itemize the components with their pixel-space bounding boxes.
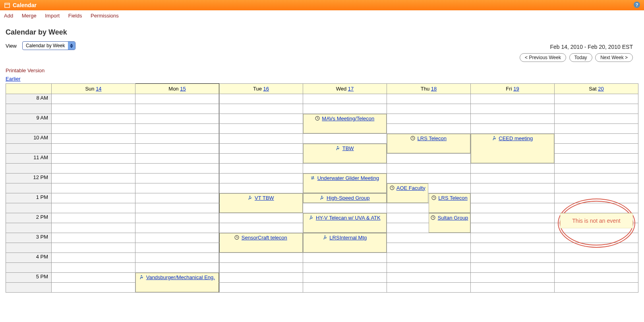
event-link[interactable]: Vandsburger/Mechanical Eng. [146,274,215,280]
calendar-cell[interactable] [135,243,219,253]
event-link[interactable]: SensorCraft telecon [242,235,287,241]
event-link[interactable]: CEED meeting [499,135,533,141]
calendar-cell[interactable] [52,233,135,243]
calendar-event[interactable]: HY-V Telecan w/ UVA & ATK [303,213,387,233]
calendar-cell[interactable] [555,154,638,164]
event-link[interactable]: Underwater Glider Meeting [317,175,379,181]
calendar-cell[interactable] [52,203,135,213]
calendar-cell[interactable] [471,233,555,243]
calendar-cell[interactable] [52,263,135,273]
calendar-cell[interactable] [135,253,219,263]
calendar-cell[interactable] [471,213,555,223]
day-header-mon[interactable]: Mon 15 [135,84,219,94]
calendar-event[interactable]: VT TBW [219,193,303,213]
calendar-cell[interactable] [555,273,638,283]
calendar-cell[interactable] [303,263,387,273]
calendar-cell[interactable] [387,263,471,273]
event-link[interactable]: MAVs Meeting/Telecon [322,116,374,121]
event-link[interactable]: AOE Faculty [396,185,425,191]
calendar-cell[interactable] [52,223,135,233]
calendar-cell[interactable] [555,283,638,293]
calendar-cell[interactable] [471,193,555,203]
view-select[interactable]: Calendar by Week [22,41,76,50]
event-link[interactable]: HY-V Telecan w/ UVA & ATK [316,215,381,221]
calendar-cell[interactable] [135,213,219,223]
earlier-link[interactable]: Earlier [6,76,21,82]
calendar-cell[interactable] [303,94,387,104]
calendar-cell[interactable] [219,164,303,174]
calendar-cell[interactable] [135,144,219,154]
calendar-cell[interactable] [135,193,219,203]
calendar-cell[interactable] [555,174,638,183]
calendar-event[interactable]: MAVs Meeting/Telecon [303,114,387,133]
calendar-cell[interactable] [52,164,135,174]
calendar-cell[interactable] [303,164,387,174]
calendar-cell[interactable] [303,134,387,144]
calendar-cell[interactable] [135,203,219,213]
calendar-cell[interactable] [219,263,303,273]
calendar-cell[interactable] [52,283,135,293]
calendar-event[interactable]: LRSInternal Mtg [303,233,387,253]
calendar-cell[interactable] [303,203,387,213]
calendar-cell[interactable] [135,183,219,193]
calendar-cell[interactable] [52,253,135,263]
calendar-cell[interactable] [52,154,135,164]
menu-fields[interactable]: Fields [68,13,82,19]
event-link[interactable]: LRS Telecon [438,195,467,201]
calendar-cell[interactable] [387,174,471,183]
calendar-cell[interactable] [303,273,387,283]
calendar-event[interactable]: Vandsburger/Mechanical Eng. [135,273,219,292]
calendar-cell[interactable] [219,124,303,134]
calendar-event[interactable]: SensorCraft telecon [219,233,303,253]
calendar-cell[interactable] [52,124,135,134]
day-header-sat[interactable]: Sat 20 [555,84,638,94]
calendar-cell[interactable] [52,243,135,253]
calendar-cell[interactable] [555,243,638,253]
calendar-event[interactable]: AOE Faculty [387,183,429,203]
calendar-cell[interactable] [135,114,219,124]
menu-merge[interactable]: Merge [22,13,37,19]
calendar-cell[interactable] [471,104,555,114]
calendar-cell[interactable] [555,144,638,154]
calendar-cell[interactable] [219,104,303,114]
calendar-cell[interactable] [555,94,638,104]
calendar-cell[interactable] [135,263,219,273]
calendar-event[interactable]: Sultan Group [429,213,470,233]
calendar-cell[interactable] [135,223,219,233]
printable-version-link[interactable]: Printable Version [6,67,638,73]
calendar-cell[interactable] [555,134,638,144]
calendar-cell[interactable] [135,134,219,144]
calendar-cell[interactable] [471,94,555,104]
calendar-cell[interactable] [219,223,303,233]
calendar-cell[interactable] [52,213,135,223]
calendar-cell[interactable] [555,203,638,213]
calendar-cell[interactable] [555,124,638,134]
calendar-event[interactable]: Underwater Glider Meeting [303,174,387,193]
calendar-cell[interactable] [219,273,303,283]
calendar-cell[interactable] [219,154,303,164]
calendar-cell[interactable] [555,104,638,114]
event-link[interactable]: VT TBW [255,195,274,201]
calendar-cell[interactable] [219,253,303,263]
calendar-cell[interactable] [387,114,471,124]
calendar-cell[interactable] [52,183,135,193]
calendar-cell[interactable] [555,193,638,203]
calendar-cell[interactable] [135,124,219,134]
day-header-thu[interactable]: Thu 18 [387,84,471,94]
calendar-cell[interactable] [387,124,471,134]
calendar-cell[interactable] [387,253,471,263]
calendar-cell[interactable] [387,273,471,283]
calendar-cell[interactable] [303,283,387,293]
calendar-cell[interactable] [471,243,555,253]
calendar-cell[interactable] [303,104,387,114]
calendar-cell[interactable] [52,144,135,154]
calendar-cell[interactable] [52,94,135,104]
calendar-cell[interactable] [471,203,555,213]
menu-import[interactable]: Import [45,13,60,19]
calendar-cell[interactable] [52,273,135,283]
day-header-sun[interactable]: Sun 14 [52,84,135,94]
calendar-cell[interactable] [219,94,303,104]
calendar-cell[interactable] [135,174,219,183]
calendar-cell[interactable] [387,243,471,253]
calendar-cell[interactable] [219,114,303,124]
